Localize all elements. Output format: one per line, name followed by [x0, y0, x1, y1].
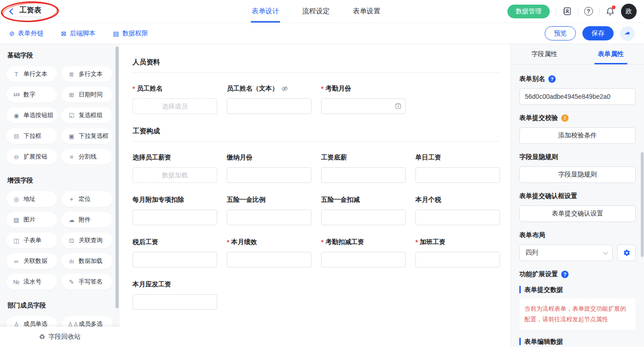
notification-bell-icon[interactable] [605, 6, 615, 16]
form-layout-row: 四列 [519, 245, 636, 261]
properties-panel: 字段属性 表单属性 表单别名 ? 表单提交校验 ! 添加校验条件 字段显隐规则 … [511, 44, 644, 347]
chevron-down-icon [603, 250, 608, 255]
preview-button[interactable]: 预览 [545, 26, 576, 40]
field-attendance-deduction[interactable]: 考勤扣减工资 [321, 238, 406, 267]
field-input[interactable] [227, 167, 311, 183]
form-section-title[interactable]: 人员资料 [132, 58, 500, 73]
field-recycle-bin[interactable]: ♻ 字段回收站 [0, 327, 120, 347]
field-input[interactable] [415, 210, 500, 225]
sidebar-item-image[interactable]: ▧图片 [6, 212, 57, 228]
field-base-salary[interactable]: 工资底薪 [321, 154, 406, 183]
field-employee-name-text[interactable]: 员工姓名（文本） [227, 85, 311, 114]
link-label: 数据权限 [122, 29, 148, 38]
sidebar-item-datetime[interactable]: ⊞日期时间 [62, 87, 112, 102]
field-input[interactable] [415, 252, 500, 267]
form-alias-input[interactable] [519, 88, 636, 105]
field-input[interactable] [227, 252, 311, 267]
sidebar-item-subform[interactable]: ◫子表单 [6, 233, 57, 248]
form-external-link[interactable]: ⊘ 表单外链 [9, 29, 44, 38]
add-validation-button[interactable]: 添加校验条件 [519, 127, 636, 144]
field-daily-salary[interactable]: 单日工资 [415, 154, 500, 183]
sidebar-item-relation-data[interactable]: ∞关联数据 [6, 253, 57, 269]
sidebar-item-checkbox-group[interactable]: ☑复选框组 [62, 108, 112, 123]
sidebar-item-divider[interactable]: ≡分割线 [62, 149, 112, 165]
sidebar-item-serial-number[interactable]: №流水号 [6, 274, 57, 290]
field-after-tax-salary[interactable]: 税后工资 [132, 238, 217, 267]
sidebar-item-multi-dropdown[interactable]: ▣下拉复选框 [62, 128, 112, 144]
contacts-icon[interactable] [562, 6, 572, 16]
help-icon[interactable]: ? [561, 271, 569, 278]
tab-form-setting[interactable]: 表单设置 [352, 0, 381, 23]
sidebar-item-attachment[interactable]: ☁附件 [62, 212, 112, 228]
help-icon[interactable]: ? [548, 75, 556, 83]
field-label: 本月绩效 [227, 238, 311, 246]
field-monthly-special-deduction[interactable]: 每月附加专项扣除 [132, 196, 217, 225]
field-input[interactable] [132, 167, 217, 183]
form-section-title[interactable]: 工资构成 [132, 127, 500, 142]
tab-form-design[interactable]: 表单设计 [251, 0, 280, 23]
help-icon[interactable]: ? [584, 7, 593, 16]
field-input[interactable] [321, 98, 406, 114]
sidebar-item-data-load[interactable]: ılı数据加载 [62, 253, 112, 269]
save-button[interactable]: 保存 [582, 26, 614, 40]
extend-button-icon: ⊖ [12, 154, 20, 160]
sidebar-item-relation-query[interactable]: ⊡关联查询 [62, 233, 112, 248]
user-avatar[interactable]: 政 [621, 4, 637, 19]
field-insurance-deduction[interactable]: 五险一金扣减 [321, 196, 406, 225]
field-input[interactable] [321, 210, 406, 225]
field-monthly-performance[interactable]: 本月绩效 [227, 238, 311, 267]
field-input[interactable] [132, 294, 217, 310]
field-input[interactable] [227, 210, 311, 225]
back-nav[interactable]: 工资表 [7, 6, 41, 17]
field-select-salary[interactable]: 选择员工薪资 [132, 154, 217, 183]
share-button[interactable] [620, 26, 635, 41]
field-input[interactable] [227, 98, 311, 114]
field-insurance-ratio[interactable]: 五险一金比例 [227, 196, 311, 225]
field-input[interactable] [321, 167, 406, 183]
sidebar-item-radio-group[interactable]: ◉单选按钮组 [6, 108, 57, 123]
recycle-icon: ♻ [39, 333, 45, 341]
backend-script-link[interactable]: ⊠ 后端脚本 [61, 29, 96, 38]
sidebar-item-signature[interactable]: ✎手写签名 [62, 274, 112, 290]
field-overtime-salary[interactable]: 加班工资 [415, 238, 500, 267]
back-icon [9, 8, 16, 14]
header: 工资表 表单设计 流程设定 表单设置 数据管理 ? [0, 0, 644, 23]
sidebar-item-multi-text[interactable]: ≣多行文本 [62, 66, 112, 82]
warning-icon[interactable]: ! [561, 114, 569, 122]
sidebar-scrollbar[interactable] [115, 46, 119, 308]
data-manage-button[interactable]: 数据管理 [507, 5, 550, 18]
field-monthly-tax[interactable]: 本月个税 [415, 196, 500, 225]
flow-form-notice: 当前为流程表单，表单提交功能扩展的配置，请前往流程发起节点属性 [519, 298, 636, 330]
sidebar-item-extend-button[interactable]: ⊖扩展按钮 [6, 149, 57, 165]
tab-flow-setting[interactable]: 流程设定 [301, 0, 331, 23]
field-payment-month[interactable]: 缴纳月份 [227, 154, 311, 183]
tab-field-properties[interactable]: 字段属性 [511, 44, 578, 64]
sidebar-item-address[interactable]: ◎地址 [6, 191, 57, 207]
field-visibility-button[interactable]: 字段显隐规则 [519, 166, 636, 183]
sidebar-item-dropdown[interactable]: ⊟下拉框 [6, 128, 57, 144]
submit-confirm-button[interactable]: 表单提交确认设置 [519, 205, 636, 222]
form-alias-label: 表单别名 ? [519, 75, 636, 83]
sidebar-item-location[interactable]: ⌖定位 [62, 191, 112, 207]
sidebar-item-single-text[interactable]: T单行文本 [6, 66, 57, 82]
field-input[interactable] [132, 98, 217, 114]
submit-confirm-label: 表单提交确认框设置 [519, 192, 636, 200]
panel-scrollbar[interactable] [641, 152, 644, 257]
field-visibility-label: 字段显隐规则 [519, 153, 636, 161]
field-row: 员工姓名 员工姓名（文本） 考勤月份 [132, 85, 500, 114]
field-input[interactable] [132, 210, 217, 225]
field-input[interactable] [321, 252, 406, 267]
image-icon: ▧ [12, 217, 20, 223]
field-employee-name[interactable]: 员工姓名 [132, 85, 217, 114]
field-input[interactable] [415, 167, 500, 183]
header-actions: 数据管理 ? 政 [507, 4, 637, 19]
data-permission-link[interactable]: ▤ 数据权限 [113, 29, 148, 38]
field-monthly-payable-salary[interactable]: 本月应发工资 [132, 280, 217, 310]
notification-dot [612, 6, 615, 9]
field-attendance-month[interactable]: 考勤月份 [321, 85, 406, 114]
layout-settings-button[interactable] [617, 245, 636, 261]
sidebar-item-number[interactable]: 123数字 [6, 87, 57, 102]
tab-form-properties[interactable]: 表单属性 [578, 44, 644, 64]
layout-select[interactable]: 四列 [519, 245, 613, 261]
field-input[interactable] [132, 252, 217, 267]
